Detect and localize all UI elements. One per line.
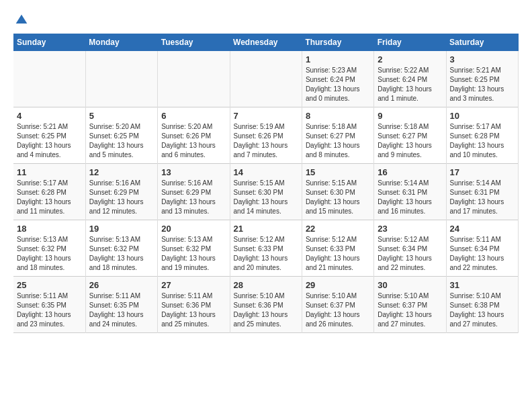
logo: [13, 13, 28, 27]
day-number: 24: [450, 224, 515, 234]
day-number: 16: [378, 167, 442, 177]
calendar-cell: 17 Sunrise: 5:14 AM Sunset: 6:31 PM Dayl…: [446, 164, 518, 220]
sunrise-text: Sunrise: 5:13 AM: [17, 236, 68, 243]
daylight-text: Daylight: 13 hours and 23 minutes.: [17, 311, 71, 328]
sunrise-text: Sunrise: 5:14 AM: [378, 179, 429, 187]
sunset-text: Sunset: 6:29 PM: [161, 189, 211, 196]
sunrise-text: Sunrise: 5:18 AM: [378, 123, 429, 130]
sunset-text: Sunset: 6:38 PM: [450, 302, 500, 309]
sunrise-text: Sunrise: 5:22 AM: [378, 66, 429, 74]
calendar-cell: 4 Sunrise: 5:21 AM Sunset: 6:25 PM Dayli…: [13, 107, 85, 164]
day-number: 17: [450, 167, 515, 177]
sunset-text: Sunset: 6:24 PM: [378, 76, 427, 83]
sunrise-text: Sunrise: 5:20 AM: [89, 123, 140, 130]
calendar-week-2: 4 Sunrise: 5:21 AM Sunset: 6:25 PM Dayli…: [13, 107, 519, 164]
header-friday: Friday: [374, 34, 446, 51]
day-info: Sunrise: 5:21 AM Sunset: 6:25 PM Dayligh…: [450, 66, 515, 103]
day-info: Sunrise: 5:10 AM Sunset: 6:37 PM Dayligh…: [378, 291, 442, 329]
calendar-cell: 27 Sunrise: 5:11 AM Sunset: 6:36 PM Dayl…: [158, 277, 230, 333]
calendar-cell: 9 Sunrise: 5:18 AM Sunset: 6:27 PM Dayli…: [374, 107, 446, 164]
daylight-text: Daylight: 13 hours and 21 minutes.: [306, 255, 360, 271]
sunrise-text: Sunrise: 5:21 AM: [17, 123, 68, 130]
sunset-text: Sunset: 6:26 PM: [234, 132, 283, 140]
sunrise-text: Sunrise: 5:19 AM: [234, 123, 285, 130]
sunset-text: Sunset: 6:37 PM: [378, 302, 427, 309]
day-info: Sunrise: 5:17 AM Sunset: 6:28 PM Dayligh…: [450, 122, 515, 160]
day-info: Sunrise: 5:10 AM Sunset: 6:36 PM Dayligh…: [234, 291, 298, 329]
sunrise-text: Sunrise: 5:14 AM: [450, 179, 501, 187]
daylight-text: Daylight: 13 hours and 24 minutes.: [89, 311, 144, 328]
day-info: Sunrise: 5:20 AM Sunset: 6:25 PM Dayligh…: [89, 122, 154, 160]
calendar-table: Sunday Monday Tuesday Wednesday Thursday…: [13, 34, 519, 333]
day-number: 7: [234, 111, 298, 121]
header-tuesday: Tuesday: [158, 34, 230, 51]
day-info: Sunrise: 5:10 AM Sunset: 6:37 PM Dayligh…: [306, 291, 370, 329]
day-info: Sunrise: 5:20 AM Sunset: 6:26 PM Dayligh…: [161, 122, 226, 160]
day-number: 12: [89, 167, 154, 177]
daylight-text: Daylight: 13 hours and 15 minutes.: [306, 198, 360, 215]
day-number: 13: [161, 167, 226, 177]
sunset-text: Sunset: 6:27 PM: [378, 132, 427, 140]
daylight-text: Daylight: 13 hours and 8 minutes.: [306, 142, 360, 158]
sunset-text: Sunset: 6:32 PM: [17, 245, 66, 253]
calendar-cell: 12 Sunrise: 5:16 AM Sunset: 6:29 PM Dayl…: [85, 164, 157, 220]
day-info: Sunrise: 5:15 AM Sunset: 6:30 PM Dayligh…: [306, 179, 370, 216]
daylight-text: Daylight: 13 hours and 14 minutes.: [234, 198, 288, 215]
day-info: Sunrise: 5:13 AM Sunset: 6:32 PM Dayligh…: [89, 235, 154, 273]
day-number: 26: [89, 280, 154, 290]
daylight-text: Daylight: 13 hours and 22 minutes.: [378, 255, 432, 271]
calendar-cell: 8 Sunrise: 5:18 AM Sunset: 6:27 PM Dayli…: [302, 107, 373, 164]
day-number: 14: [234, 167, 298, 177]
day-info: Sunrise: 5:19 AM Sunset: 6:26 PM Dayligh…: [234, 122, 298, 160]
sunset-text: Sunset: 6:34 PM: [450, 245, 500, 253]
daylight-text: Daylight: 13 hours and 19 minutes.: [161, 255, 216, 271]
sunset-text: Sunset: 6:30 PM: [306, 189, 355, 196]
sunrise-text: Sunrise: 5:12 AM: [234, 236, 285, 243]
daylight-text: Daylight: 13 hours and 11 minutes.: [17, 198, 71, 215]
day-number: 21: [234, 224, 298, 234]
calendar-cell: 29 Sunrise: 5:10 AM Sunset: 6:37 PM Dayl…: [302, 277, 373, 333]
sunset-text: Sunset: 6:30 PM: [234, 189, 283, 196]
calendar-cell: 25 Sunrise: 5:11 AM Sunset: 6:35 PM Dayl…: [13, 277, 85, 333]
calendar-week-5: 25 Sunrise: 5:11 AM Sunset: 6:35 PM Dayl…: [13, 277, 519, 333]
day-number: 18: [17, 224, 82, 234]
calendar-cell: 14 Sunrise: 5:15 AM Sunset: 6:30 PM Dayl…: [230, 164, 302, 220]
sunset-text: Sunset: 6:25 PM: [89, 132, 139, 140]
sunrise-text: Sunrise: 5:11 AM: [450, 236, 501, 243]
day-info: Sunrise: 5:13 AM Sunset: 6:32 PM Dayligh…: [17, 235, 82, 273]
sunrise-text: Sunrise: 5:23 AM: [306, 66, 357, 74]
sunrise-text: Sunrise: 5:16 AM: [161, 179, 212, 187]
day-info: Sunrise: 5:22 AM Sunset: 6:24 PM Dayligh…: [378, 66, 442, 103]
day-info: Sunrise: 5:10 AM Sunset: 6:38 PM Dayligh…: [450, 291, 515, 329]
sunset-text: Sunset: 6:36 PM: [234, 302, 283, 309]
day-number: 19: [89, 224, 154, 234]
sunrise-text: Sunrise: 5:17 AM: [17, 179, 68, 187]
daylight-text: Daylight: 13 hours and 13 minutes.: [161, 198, 216, 215]
header-thursday: Thursday: [302, 34, 373, 51]
day-info: Sunrise: 5:15 AM Sunset: 6:30 PM Dayligh…: [234, 179, 298, 216]
calendar-cell: 13 Sunrise: 5:16 AM Sunset: 6:29 PM Dayl…: [158, 164, 230, 220]
daylight-text: Daylight: 13 hours and 27 minutes.: [450, 311, 504, 328]
sunset-text: Sunset: 6:35 PM: [17, 302, 66, 309]
day-info: Sunrise: 5:11 AM Sunset: 6:35 PM Dayligh…: [17, 291, 82, 329]
day-number: 27: [161, 280, 226, 290]
sunrise-text: Sunrise: 5:18 AM: [306, 123, 357, 130]
daylight-text: Daylight: 13 hours and 12 minutes.: [89, 198, 144, 215]
sunrise-text: Sunrise: 5:11 AM: [89, 292, 140, 300]
daylight-text: Daylight: 13 hours and 3 minutes.: [450, 85, 504, 102]
daylight-text: Daylight: 13 hours and 5 minutes.: [89, 142, 144, 158]
sunrise-text: Sunrise: 5:12 AM: [378, 236, 429, 243]
day-number: 28: [234, 280, 298, 290]
day-number: 6: [161, 111, 226, 121]
calendar-cell: 16 Sunrise: 5:14 AM Sunset: 6:31 PM Dayl…: [374, 164, 446, 220]
header-sunday: Sunday: [13, 34, 85, 51]
daylight-text: Daylight: 13 hours and 17 minutes.: [450, 198, 504, 215]
sunset-text: Sunset: 6:31 PM: [450, 189, 500, 196]
calendar-cell: 20 Sunrise: 5:13 AM Sunset: 6:32 PM Dayl…: [158, 220, 230, 277]
day-info: Sunrise: 5:11 AM Sunset: 6:35 PM Dayligh…: [89, 291, 154, 329]
day-info: Sunrise: 5:21 AM Sunset: 6:25 PM Dayligh…: [17, 122, 82, 160]
day-number: 23: [378, 224, 442, 234]
sunset-text: Sunset: 6:36 PM: [161, 302, 211, 309]
day-number: 11: [17, 167, 82, 177]
day-info: Sunrise: 5:12 AM Sunset: 6:34 PM Dayligh…: [378, 235, 442, 273]
